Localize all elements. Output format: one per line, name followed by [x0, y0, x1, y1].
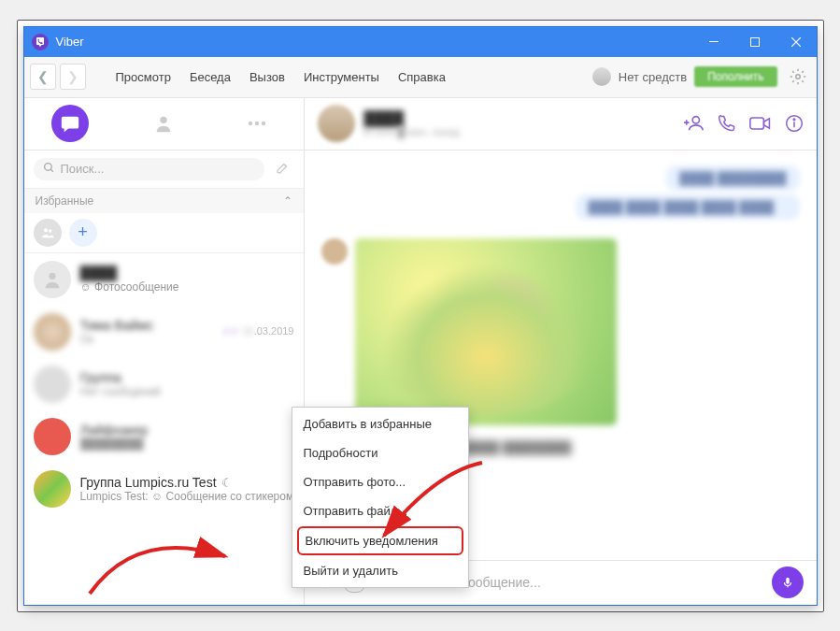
- chat-name: Группа Lumpics.ru Test ☾: [80, 475, 294, 490]
- chat-header: ████ В сети █ мин. назад: [305, 98, 817, 151]
- svg-point-2: [795, 75, 800, 79]
- svg-rect-1: [750, 37, 759, 46]
- avatar: [34, 470, 71, 508]
- ctx-details[interactable]: Подробности: [292, 438, 468, 467]
- add-favorite-button[interactable]: +: [69, 219, 97, 247]
- chat-name: Тима Ваймс: [80, 318, 214, 333]
- chat-item[interactable]: Лайфхакер ████████: [24, 410, 304, 463]
- chat-date: ✓✓ 15.03.2019: [222, 325, 293, 337]
- menu-tools[interactable]: Инструменты: [294, 65, 389, 90]
- nav-back-button[interactable]: ❮: [30, 64, 56, 90]
- context-menu: Добавить в избранные Подробности Отправи…: [292, 407, 469, 588]
- svg-point-4: [248, 122, 251, 125]
- chat-preview: Lumpics Test: ☺ Сообщение со стикером: [80, 490, 294, 503]
- favorites-label: Избранные: [36, 194, 94, 208]
- svg-point-10: [49, 229, 51, 232]
- svg-point-9: [44, 228, 48, 232]
- tab-more[interactable]: [238, 105, 276, 142]
- sidebar: Поиск... Избранные ⌃ +: [24, 98, 305, 605]
- account-avatar-icon[interactable]: [592, 67, 611, 86]
- chat-header-avatar[interactable]: [318, 105, 355, 142]
- avatar: [34, 313, 71, 351]
- svg-line-8: [50, 169, 53, 172]
- incoming-message: [321, 238, 800, 425]
- app-title: Viber: [56, 35, 84, 49]
- title-extra-blurred: [88, 35, 128, 49]
- chat-item[interactable]: ████ ☺ Фотосообщение: [24, 253, 304, 306]
- chat-item[interactable]: Группа Нет сообщений: [24, 358, 304, 410]
- ctx-send-file[interactable]: Отправить файл...: [292, 496, 468, 525]
- ctx-leave-delete[interactable]: Выйти и удалить: [292, 556, 468, 585]
- chat-name: Лайфхакер: [80, 423, 294, 437]
- content-area: Поиск... Избранные ⌃ +: [24, 98, 817, 605]
- chat-preview: Нет сообщений: [80, 385, 294, 398]
- compose-button[interactable]: [272, 158, 294, 180]
- svg-point-12: [692, 117, 699, 123]
- chat-preview: ████████: [80, 437, 294, 451]
- viber-logo-icon: [32, 34, 49, 50]
- message-bubble: ████ ████████: [666, 165, 799, 191]
- search-row: Поиск...: [24, 151, 304, 189]
- svg-point-7: [44, 163, 51, 170]
- sticker-image: [355, 238, 617, 425]
- sidebar-tabs: [24, 98, 304, 151]
- titlebar: Viber: [24, 27, 817, 57]
- maximize-button[interactable]: [734, 27, 776, 57]
- svg-point-16: [793, 119, 795, 121]
- balance-label: Нет средств: [619, 70, 687, 84]
- chat-item-lumpics[interactable]: Группа Lumpics.ru Test ☾ Lumpics Test: ☺…: [24, 463, 304, 515]
- menubar: ❮ ❯ Просмотр Беседа Вызов Инструменты Сп…: [24, 57, 817, 98]
- menu-view[interactable]: Просмотр: [107, 65, 180, 90]
- message-bubble: ████ ████ ████ ████ ████: [576, 194, 800, 220]
- tab-chats[interactable]: [51, 105, 89, 142]
- svg-rect-23: [786, 578, 790, 584]
- chat-name: Группа: [80, 370, 294, 385]
- close-button[interactable]: [776, 27, 817, 57]
- svg-point-11: [49, 272, 55, 279]
- video-call-icon[interactable]: [749, 113, 772, 134]
- group-icon[interactable]: [34, 219, 62, 247]
- search-icon: [43, 162, 55, 177]
- chat-list[interactable]: ████ ☺ Фотосообщение Тима Ваймс Ок ✓✓ 15…: [24, 253, 304, 605]
- app-window: Viber ❮ ❯ Просмотр Беседа Вызов Инструме…: [23, 26, 818, 606]
- svg-point-6: [261, 122, 264, 125]
- ctx-send-photo[interactable]: Отправить фото...: [292, 467, 468, 496]
- avatar: [34, 418, 71, 455]
- favorites-header[interactable]: Избранные ⌃: [24, 189, 304, 213]
- svg-rect-13: [749, 118, 763, 129]
- chat-preview: Ок: [80, 333, 214, 346]
- favorites-row: +: [24, 213, 304, 253]
- minimize-button[interactable]: [693, 27, 734, 57]
- ctx-enable-notifications[interactable]: Включить уведомления: [297, 526, 463, 555]
- search-placeholder: Поиск...: [61, 162, 105, 176]
- chevron-up-icon: ⌃: [283, 194, 292, 208]
- svg-point-5: [254, 122, 258, 125]
- chat-preview: ☺ Фотосообщение: [80, 280, 294, 294]
- svg-point-3: [160, 117, 166, 123]
- nav-forward-button[interactable]: ❯: [60, 64, 86, 90]
- chat-item[interactable]: Тима Ваймс Ок ✓✓ 15.03.2019: [24, 306, 304, 358]
- info-icon[interactable]: [785, 113, 804, 134]
- voice-message-button[interactable]: [772, 566, 804, 598]
- menu-call[interactable]: Вызов: [240, 65, 294, 90]
- chat-name: ████: [80, 265, 294, 280]
- voice-call-icon[interactable]: [718, 113, 736, 134]
- svg-rect-0: [709, 41, 719, 42]
- muted-icon: ☾: [221, 476, 233, 490]
- add-contact-icon[interactable]: [684, 113, 705, 134]
- menu-chat[interactable]: Беседа: [180, 65, 240, 90]
- search-input[interactable]: Поиск...: [34, 158, 264, 180]
- settings-gear-icon[interactable]: [785, 64, 811, 90]
- chat-header-status: В сети █ мин. назад: [364, 126, 460, 137]
- topup-button[interactable]: Пополнить: [694, 66, 776, 87]
- tab-contacts[interactable]: [145, 105, 182, 142]
- avatar: [34, 366, 71, 403]
- chat-header-name: ████: [364, 110, 460, 126]
- avatar: [34, 261, 71, 298]
- sender-avatar: [321, 238, 348, 265]
- menu-help[interactable]: Справка: [389, 65, 455, 90]
- ctx-add-favorites[interactable]: Добавить в избранные: [292, 409, 468, 438]
